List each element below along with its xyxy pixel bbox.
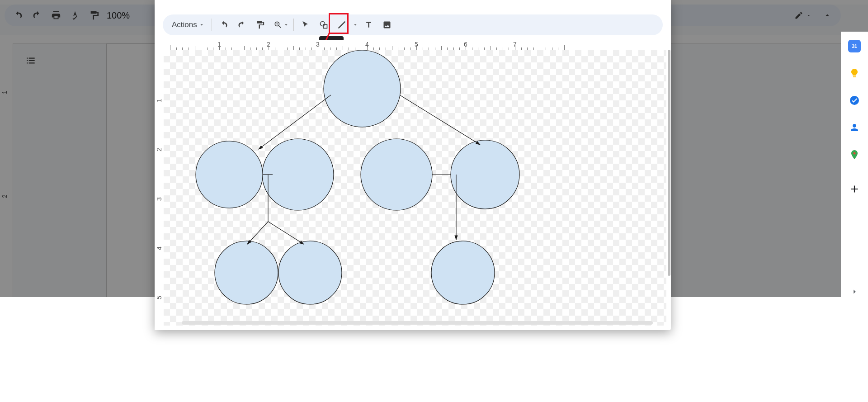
calendar-icon[interactable]: 31 xyxy=(848,40,861,52)
diagram-node[interactable] xyxy=(324,50,401,127)
zoom-menu[interactable] xyxy=(270,17,290,33)
keep-icon[interactable] xyxy=(848,67,861,80)
zoom-level[interactable]: 100% xyxy=(107,10,130,21)
show-side-panel-button[interactable] xyxy=(848,285,861,298)
maps-icon[interactable] xyxy=(848,148,861,161)
drawing-vertical-ruler: 1 2 3 4 5 xyxy=(155,50,164,330)
drawing-dialog: Actions xyxy=(155,0,671,330)
spellcheck-button[interactable] xyxy=(67,7,83,24)
ruler-tick: 4 xyxy=(156,246,163,250)
ruler-tick: 1 xyxy=(1,90,8,94)
svg-point-2 xyxy=(320,22,325,26)
svg-rect-3 xyxy=(323,24,327,28)
outline-toggle-button[interactable] xyxy=(23,52,39,69)
diagram-edge[interactable] xyxy=(268,222,304,244)
diagram-edge[interactable] xyxy=(247,222,268,244)
ruler-tick: 2 xyxy=(1,194,8,198)
ruler-tick: 5 xyxy=(156,296,163,299)
drawing-toolbar: Actions xyxy=(163,14,663,35)
canvas-horizontal-scrollbar[interactable] xyxy=(182,321,653,325)
diagram-edge[interactable] xyxy=(400,95,480,145)
drawing-horizontal-ruler: 1 2 3 4 5 6 7 xyxy=(164,40,666,50)
undo-button[interactable] xyxy=(216,17,232,33)
dialog-vertical-scrollbar[interactable] xyxy=(668,50,670,276)
diagram-node[interactable] xyxy=(262,139,334,210)
ruler-tick: 2 xyxy=(156,148,163,151)
svg-point-0 xyxy=(850,96,859,105)
paint-format-button[interactable] xyxy=(252,17,268,33)
print-button[interactable] xyxy=(48,7,64,24)
diagram-node[interactable] xyxy=(278,241,342,304)
line-tool-dropdown[interactable] xyxy=(352,17,359,33)
diagram-node[interactable] xyxy=(196,141,263,208)
ruler-tick: 1 xyxy=(156,99,163,102)
diagram-node[interactable] xyxy=(215,241,278,304)
paint-format-button[interactable] xyxy=(86,7,102,24)
ruler-tick: 3 xyxy=(156,197,163,201)
diagram-node[interactable] xyxy=(361,139,432,210)
select-tool[interactable] xyxy=(297,17,314,33)
line-tool[interactable] xyxy=(334,17,350,33)
undo-button[interactable] xyxy=(10,7,26,24)
collapse-toolbar-button[interactable] xyxy=(819,7,835,24)
diagram-node[interactable] xyxy=(431,241,495,304)
redo-button[interactable] xyxy=(234,17,250,33)
image-tool[interactable] xyxy=(379,17,395,33)
drawing-canvas[interactable] xyxy=(164,50,666,326)
textbox-tool[interactable] xyxy=(361,17,377,33)
actions-menu[interactable]: Actions xyxy=(168,17,208,33)
svg-point-1 xyxy=(854,152,856,155)
diagram-node[interactable] xyxy=(451,140,519,209)
redo-button[interactable] xyxy=(29,7,45,24)
get-addons-button[interactable] xyxy=(848,183,861,195)
svg-line-4 xyxy=(339,22,344,28)
tasks-icon[interactable] xyxy=(848,94,861,107)
editing-mode-button[interactable] xyxy=(789,7,816,24)
contacts-icon[interactable] xyxy=(848,121,861,134)
shape-tool[interactable] xyxy=(316,17,332,33)
